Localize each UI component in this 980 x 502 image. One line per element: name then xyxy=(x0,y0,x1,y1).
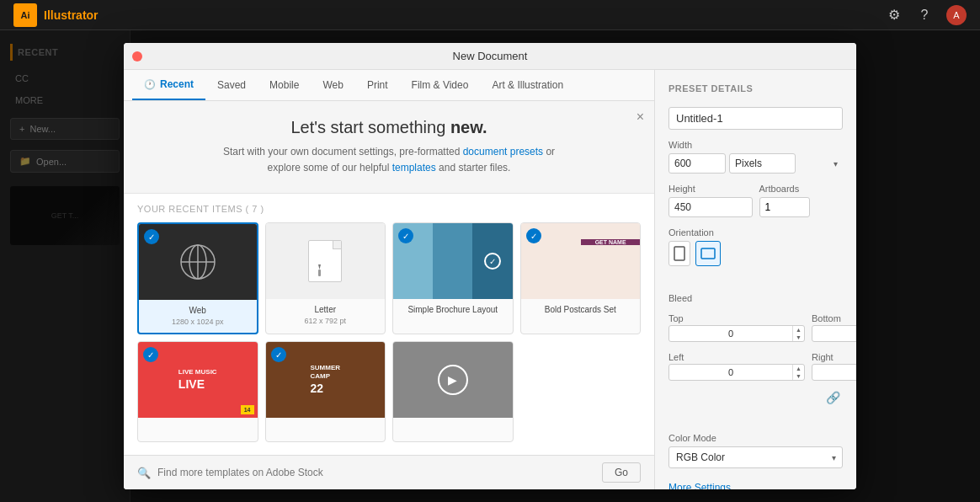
app-logo: Ai Illustrator xyxy=(13,3,99,27)
link-icon-wrapper: 🔗 xyxy=(668,391,843,406)
portrait-icon xyxy=(674,246,685,261)
bleed-bottom-field: Bottom ▲ ▼ xyxy=(812,313,856,342)
bleed-bottom-label: Bottom xyxy=(812,313,856,323)
bleed-top-bottom: Top ▲ ▼ Bottom xyxy=(668,313,843,342)
avatar[interactable]: A xyxy=(946,5,967,25)
camp-label xyxy=(266,418,386,441)
bleed-left-up[interactable]: ▲ xyxy=(794,365,803,372)
bleed-top-field: Top ▲ ▼ xyxy=(668,313,805,342)
bleed-left-input[interactable] xyxy=(669,365,792,380)
web-check-badge: ✓ xyxy=(144,229,159,244)
tab-web[interactable]: Web xyxy=(311,70,354,100)
dialog-body: 🕐 Recent Saved Mobile Web xyxy=(124,70,856,489)
width-label: Width xyxy=(668,140,843,150)
bleed-label: Bleed xyxy=(668,293,843,303)
recent-clock-icon: 🕐 xyxy=(144,79,156,90)
height-input[interactable] xyxy=(668,197,753,217)
tab-recent-label: Recent xyxy=(160,78,194,90)
template-card-web[interactable]: ✓ Web1280 x 1024 px xyxy=(137,222,258,334)
templates-link[interactable]: templates xyxy=(392,162,436,174)
bleed-top-up[interactable]: ▲ xyxy=(794,326,803,334)
unit-select[interactable]: Pixels Inches Centimeters Millimeters Po… xyxy=(729,153,796,174)
width-field: Width Pixels Inches Centimeters Millimet… xyxy=(668,140,843,174)
brochure-label: Simple Brochure Layout xyxy=(393,299,513,320)
template-card-camp[interactable]: ✓ SUMMERCAMP 22 xyxy=(265,341,386,442)
bleed-left-input-row: ▲ ▼ xyxy=(668,364,805,381)
play-button-icon: ▶ xyxy=(438,365,468,395)
search-icon: 🔍 xyxy=(137,467,151,479)
bleed-right-input-row: ▲ ▼ xyxy=(812,364,856,381)
top-bar: Ai Illustrator ⚙ ? A xyxy=(0,0,980,30)
main-layout: RECENT CC MORE + New... 📁 Open... GET T.… xyxy=(0,30,980,502)
help-icon[interactable]: ? xyxy=(916,7,933,24)
tab-recent[interactable]: 🕐 Recent xyxy=(132,70,205,100)
web-globe-icon xyxy=(177,241,219,283)
intro-title: Let's start something new. xyxy=(149,118,629,137)
recent-header: YOUR RECENT ITEMS ( 7 ) xyxy=(137,204,641,214)
intro-close-button[interactable]: × xyxy=(636,109,644,125)
landscape-button[interactable] xyxy=(695,241,721,266)
more-settings-link[interactable]: More Settings xyxy=(668,478,843,489)
letter-thumb xyxy=(266,223,386,299)
template-card-brochure[interactable]: ✓ ✓ xyxy=(392,222,514,334)
search-input[interactable] xyxy=(157,467,595,478)
bleed-left-stepper: ▲ ▼ xyxy=(792,365,804,380)
template-card-music[interactable]: ✓ LIVE MUSIC LIVE 14 xyxy=(137,341,258,442)
svg-marker-5 xyxy=(318,264,321,270)
intro-desc: Start with your own document settings, p… xyxy=(149,144,629,176)
preset-name-input[interactable] xyxy=(668,107,843,130)
bleed-left-down[interactable]: ▼ xyxy=(794,372,803,380)
preset-details-label: PRESET DETAILS xyxy=(668,83,843,93)
template-card-video[interactable]: ▶ xyxy=(392,341,514,442)
color-mode-label: Color Mode xyxy=(668,433,843,443)
dialog-titlebar: New Document xyxy=(124,43,856,70)
tab-print[interactable]: Print xyxy=(355,70,400,100)
recent-count: ( 7 ) xyxy=(246,204,264,214)
color-mode-select-wrapper: RGB Color CMYK Color xyxy=(668,446,843,468)
ai-icon: Ai xyxy=(13,3,37,27)
color-mode-select[interactable]: RGB Color CMYK Color xyxy=(668,446,843,468)
bleed-top-input[interactable] xyxy=(669,326,792,341)
unit-select-wrapper: Pixels Inches Centimeters Millimeters Po… xyxy=(729,153,843,174)
bleed-top-input-row: ▲ ▼ xyxy=(668,325,805,342)
web-thumb: ✓ xyxy=(139,224,257,300)
video-label xyxy=(393,418,513,441)
bleed-top-down[interactable]: ▼ xyxy=(794,334,803,341)
dialog-overlay: New Document 🕐 Recent Saved xyxy=(0,30,980,502)
tab-saved[interactable]: Saved xyxy=(205,70,258,100)
svg-rect-4 xyxy=(318,270,321,276)
postcards-thumb: ✓ GET NAME xyxy=(521,223,641,299)
recent-grid: ✓ Web1280 x 1024 px xyxy=(137,222,641,442)
music-check-badge: ✓ xyxy=(143,347,158,362)
tab-art[interactable]: Art & Illustration xyxy=(480,70,575,100)
postcards-label: Bold Postcards Set xyxy=(521,299,641,320)
artboards-label: Artboards xyxy=(759,184,844,194)
artboards-field: Artboards xyxy=(759,184,844,217)
postcards-check-badge: ✓ xyxy=(526,228,541,243)
top-bar-icons: ⚙ ? A xyxy=(886,5,967,25)
template-card-postcards[interactable]: ✓ GET NAME Bold Postcards Set xyxy=(520,222,642,334)
bleed-bottom-input[interactable] xyxy=(812,326,856,341)
dialog-close-button[interactable] xyxy=(132,51,142,61)
portrait-button[interactable] xyxy=(668,241,690,266)
width-input[interactable] xyxy=(668,153,726,174)
artboards-input[interactable] xyxy=(759,197,810,217)
bleed-right-input[interactable] xyxy=(812,365,856,380)
tab-film[interactable]: Film & Video xyxy=(400,70,481,100)
tab-web-label: Web xyxy=(322,79,343,91)
document-presets-link[interactable]: document presets xyxy=(463,146,543,158)
landscape-icon xyxy=(700,248,716,259)
template-card-letter[interactable]: Letter612 x 792 pt xyxy=(265,222,386,334)
tab-mobile[interactable]: Mobile xyxy=(258,70,311,100)
search-bar: 🔍 Go xyxy=(124,455,654,489)
letter-sublabel: 612 x 792 pt xyxy=(304,317,346,325)
bleed-top-stepper: ▲ ▼ xyxy=(792,326,804,341)
letter-pen-icon xyxy=(317,258,333,278)
tab-bar: 🕐 Recent Saved Mobile Web xyxy=(124,70,654,101)
web-label: Web1280 x 1024 px xyxy=(139,300,257,333)
link-bleed-icon[interactable]: 🔗 xyxy=(823,391,843,404)
settings-icon[interactable]: ⚙ xyxy=(886,7,903,24)
go-button[interactable]: Go xyxy=(602,462,641,483)
recent-section: YOUR RECENT ITEMS ( 7 ) ✓ xyxy=(124,194,654,455)
intro-banner: × Let's start something new. Start with … xyxy=(124,101,654,194)
